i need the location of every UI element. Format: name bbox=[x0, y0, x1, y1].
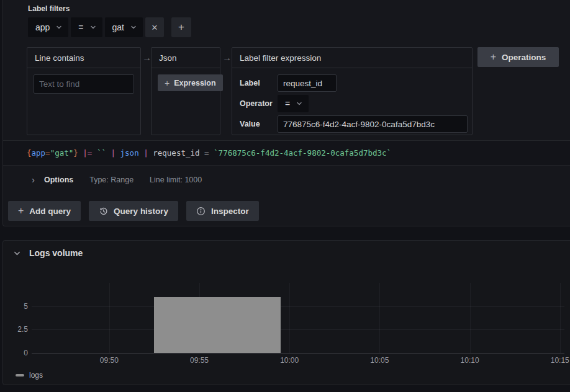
gridline-vertical bbox=[560, 283, 561, 353]
lfe-value-input[interactable] bbox=[278, 115, 468, 133]
y-axis-label: 0 bbox=[24, 349, 28, 357]
y-axis: 02.55 bbox=[3, 283, 28, 353]
legend-swatch bbox=[16, 374, 24, 376]
history-icon bbox=[99, 207, 108, 216]
lfe-label-row: Label bbox=[240, 74, 337, 92]
operation-json: Json + Expression bbox=[151, 47, 220, 135]
lfe-value-row: Value bbox=[240, 115, 468, 133]
label-operator-select[interactable]: = bbox=[71, 17, 102, 37]
query-token: |= bbox=[83, 148, 92, 158]
x-axis: 09:5009:5510:0010:0510:1010:15 bbox=[32, 356, 564, 366]
x-axis-label: 10:15 bbox=[551, 356, 569, 365]
label-value-select[interactable]: gat bbox=[105, 17, 143, 37]
field-label: Value bbox=[240, 120, 278, 128]
logs-volume-panel: Logs volume 02.55 09:5009:5510:0010:0510… bbox=[2, 240, 570, 385]
add-filter-button[interactable]: + bbox=[171, 17, 191, 37]
query-actions-row: + Add query Query history Inspector bbox=[8, 201, 259, 221]
operations-button-label: Operations bbox=[502, 53, 546, 62]
plus-icon: + bbox=[165, 78, 170, 88]
query-token: | bbox=[143, 148, 148, 158]
lfe-label-input[interactable] bbox=[278, 74, 337, 92]
inspector-label: Inspector bbox=[211, 207, 249, 216]
x-axis-label: 10:00 bbox=[280, 356, 299, 365]
query-history-button[interactable]: Query history bbox=[89, 201, 178, 221]
raw-query-preview: {app="gat"} |= `` | json | request_id = … bbox=[3, 140, 570, 166]
logs-volume-bar bbox=[154, 297, 280, 353]
gridline-horizontal bbox=[32, 329, 564, 330]
options-label: Options bbox=[44, 176, 73, 184]
plus-icon: + bbox=[18, 205, 24, 216]
plus-icon: + bbox=[491, 51, 496, 63]
operations-button[interactable]: + Operations bbox=[477, 47, 559, 67]
y-axis-label: 5 bbox=[24, 302, 28, 311]
label-operator-value: = bbox=[78, 22, 83, 32]
chevron-down-icon bbox=[130, 24, 137, 31]
query-token: app bbox=[32, 148, 46, 158]
operation-line-contains: Line contains bbox=[27, 47, 141, 135]
options-line-limit: Line limit: 1000 bbox=[150, 176, 202, 184]
pipeline-arrow-icon: → bbox=[142, 52, 152, 63]
legend-label: logs bbox=[29, 371, 43, 380]
add-query-label: Add query bbox=[29, 207, 71, 216]
pipeline-arrow-icon: → bbox=[222, 52, 232, 63]
query-token: | bbox=[111, 148, 116, 158]
label-key-select[interactable]: app bbox=[28, 17, 68, 37]
operation-label-filter-expression: Label filter expression Label Operator =… bbox=[232, 47, 473, 135]
x-axis-label: 09:55 bbox=[190, 356, 209, 365]
query-token: request_id = bbox=[148, 148, 214, 158]
field-label: Operator bbox=[240, 99, 278, 108]
query-token: } bbox=[73, 148, 78, 158]
x-axis-label: 10:10 bbox=[461, 356, 479, 365]
close-icon: ✕ bbox=[152, 23, 158, 32]
gridline-vertical bbox=[379, 283, 380, 353]
query-editor-panel: Label filters app = gat ✕ + Line co bbox=[2, 0, 570, 226]
add-expression-button[interactable]: + Expression bbox=[158, 74, 223, 91]
label-filters-title: Label filters bbox=[28, 4, 70, 13]
gridline-vertical bbox=[109, 283, 110, 353]
gridline-horizontal bbox=[32, 306, 564, 307]
operation-title: Json bbox=[152, 48, 220, 68]
info-icon bbox=[196, 207, 206, 216]
operation-title: Line contains bbox=[27, 48, 140, 68]
chevron-down-icon bbox=[55, 24, 63, 31]
query-token: json bbox=[115, 148, 143, 158]
legend-item-logs[interactable]: logs bbox=[16, 371, 43, 380]
lfe-operator-select[interactable]: = bbox=[278, 95, 309, 112]
gridline-vertical bbox=[470, 283, 471, 353]
gridline-horizontal bbox=[32, 353, 564, 354]
chevron-down-icon bbox=[296, 100, 303, 107]
chevron-right-icon: › bbox=[32, 176, 35, 184]
remove-filter-button[interactable]: ✕ bbox=[145, 17, 164, 37]
gridline-vertical bbox=[289, 283, 290, 353]
chevron-down-icon bbox=[89, 24, 97, 31]
add-expression-label: Expression bbox=[174, 79, 215, 87]
query-token bbox=[78, 148, 83, 158]
field-label: Label bbox=[240, 79, 278, 87]
label-value-value: gat bbox=[112, 22, 124, 32]
x-axis-label: 09:50 bbox=[100, 356, 119, 365]
query-token: = bbox=[45, 148, 50, 158]
label-filter-row: app = gat ✕ + bbox=[28, 17, 191, 37]
query-token: { bbox=[27, 148, 32, 158]
plot-area bbox=[32, 283, 564, 353]
x-axis-label: 10:05 bbox=[370, 356, 389, 365]
lfe-operator-value: = bbox=[285, 99, 290, 109]
query-token: `776875c6-f4d2-4acf-9802-0cafa5d7bd3c` bbox=[214, 148, 391, 158]
query-token: "gat" bbox=[50, 148, 74, 158]
label-key-value: app bbox=[35, 22, 50, 32]
operation-title: Label filter expression bbox=[232, 48, 472, 68]
options-type: Type: Range bbox=[89, 176, 133, 184]
explore-page: Label filters app = gat ✕ + Line co bbox=[0, 0, 570, 392]
options-collapse-row[interactable]: › Options Type: Range Line limit: 1000 bbox=[32, 174, 202, 186]
inspector-button[interactable]: Inspector bbox=[186, 201, 259, 221]
query-token bbox=[106, 148, 111, 158]
query-token: `` bbox=[92, 148, 106, 158]
query-history-label: Query history bbox=[114, 207, 168, 216]
line-contains-input[interactable] bbox=[34, 74, 134, 94]
lfe-operator-row: Operator = bbox=[240, 95, 309, 112]
logs-volume-chart: 02.55 09:5009:5510:0010:0510:1010:15 log… bbox=[3, 241, 570, 385]
add-query-button[interactable]: + Add query bbox=[8, 201, 81, 221]
y-axis-label: 2.5 bbox=[17, 325, 28, 334]
plus-icon: + bbox=[178, 21, 184, 33]
